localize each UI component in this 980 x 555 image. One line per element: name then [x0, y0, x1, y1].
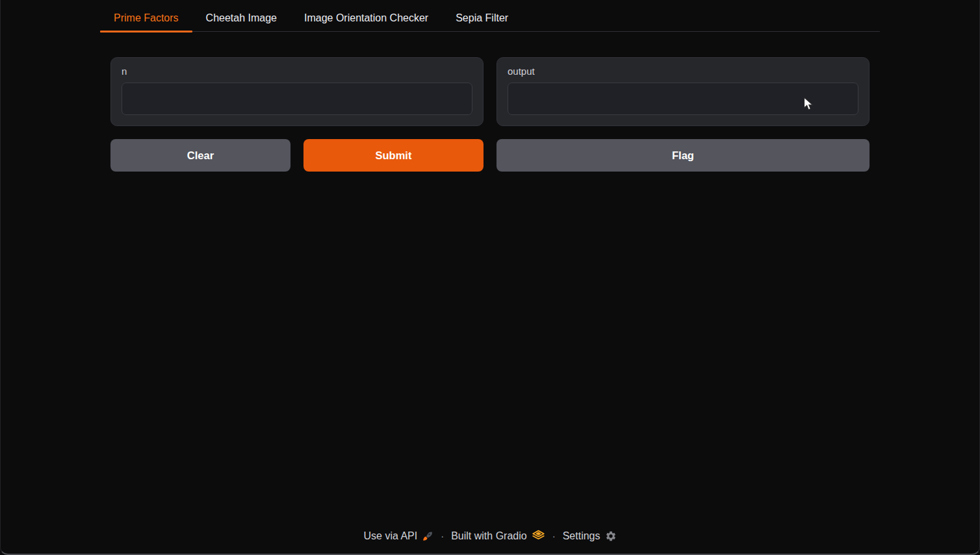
submit-button[interactable]: Submit	[303, 139, 484, 172]
footer-separator: ·	[441, 530, 444, 541]
tab-prime-factors[interactable]: Prime Factors	[100, 5, 192, 31]
flag-button[interactable]: Flag	[496, 139, 870, 172]
use-via-api-label: Use via API	[363, 530, 417, 542]
use-via-api-link[interactable]: Use via API	[363, 530, 433, 542]
gradio-logo-icon	[532, 529, 545, 543]
gear-icon	[605, 530, 617, 542]
tab-image-orientation-checker[interactable]: Image Orientation Checker	[290, 5, 442, 31]
tab-panel-prime-factors: n output Clear Submit Flag	[100, 57, 880, 172]
settings-label: Settings	[563, 530, 600, 542]
input-panel: n	[110, 57, 484, 126]
built-with-gradio-link[interactable]: Built with Gradio	[451, 529, 545, 543]
settings-link[interactable]: Settings	[563, 530, 617, 542]
built-with-gradio-label: Built with Gradio	[451, 530, 527, 542]
tab-sepia-filter[interactable]: Sepia Filter	[442, 5, 522, 31]
gradio-app: Prime Factors Cheetah Image Image Orient…	[100, 0, 880, 172]
n-input[interactable]	[122, 83, 472, 115]
output-label: output	[508, 66, 858, 77]
tab-cheetah-image[interactable]: Cheetah Image	[192, 5, 290, 31]
output-panel: output	[496, 57, 870, 126]
tab-bar: Prime Factors Cheetah Image Image Orient…	[100, 5, 880, 32]
clear-button[interactable]: Clear	[110, 139, 290, 172]
output-textbox[interactable]	[508, 83, 858, 115]
footer-separator: ·	[552, 530, 556, 541]
input-label: n	[122, 66, 472, 77]
rocket-icon	[422, 530, 433, 542]
footer: Use via API · Built with Gradio · Settin…	[0, 529, 980, 543]
